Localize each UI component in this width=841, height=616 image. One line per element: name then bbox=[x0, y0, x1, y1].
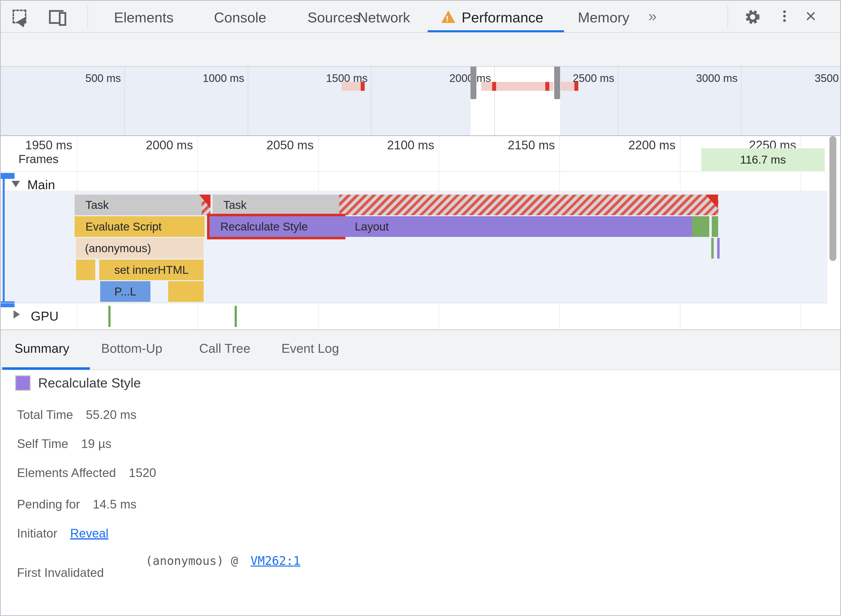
active-panel-tab-underline bbox=[2, 367, 90, 370]
flame-sliver-green[interactable] bbox=[711, 238, 714, 258]
main-track-focus-bracket-top bbox=[1, 173, 15, 179]
frame-duration-badge[interactable]: 116.7 ms bbox=[701, 148, 825, 171]
device-phone-glyph bbox=[59, 12, 66, 26]
devtools-window: Elements Console Sources Network ! Perfo… bbox=[0, 0, 841, 616]
overview-gridline bbox=[124, 67, 125, 135]
overview-tick: 3500 bbox=[765, 72, 839, 84]
main-track-focus-bracket bbox=[3, 173, 5, 307]
timeline-overview[interactable]: 500 ms 1000 ms 1500 ms 2000 ms 2500 ms 3… bbox=[1, 67, 840, 136]
close-icon[interactable]: × bbox=[805, 5, 816, 26]
detail-tick: 2050 ms bbox=[240, 138, 314, 152]
gpu-activity-sliver bbox=[108, 306, 110, 327]
overview-gridline bbox=[371, 67, 372, 135]
summary-row-pending-for: Pending for14.5 ms bbox=[17, 497, 137, 512]
tab-summary[interactable]: Summary bbox=[15, 341, 69, 356]
tab-memory[interactable]: Memory bbox=[578, 9, 629, 26]
summary-row-initiator: InitiatorReveal bbox=[17, 526, 109, 540]
overview-tick: 500 ms bbox=[47, 72, 121, 84]
flame-bar-recalculate-style-selected[interactable]: Recalculate Style bbox=[210, 216, 343, 237]
long-task-red-mark bbox=[361, 82, 365, 91]
self-time-value: 19 µs bbox=[81, 437, 111, 451]
flame-bar-evaluate-script[interactable]: Evaluate Script bbox=[75, 216, 204, 237]
menu-kebab-icon[interactable] bbox=[783, 9, 786, 23]
flame-bar-layout[interactable]: Layout bbox=[343, 216, 692, 237]
performance-toolbar: jlwagner.net #1 Screenshots Memory bbox=[1, 33, 840, 67]
gpu-expand-icon[interactable] bbox=[13, 310, 20, 318]
tab-call-tree[interactable]: Call Tree bbox=[199, 341, 250, 356]
flame-bar-paint[interactable] bbox=[692, 216, 709, 237]
main-gpu-divider bbox=[1, 303, 828, 303]
flame-bar-task-long-hatch[interactable] bbox=[339, 195, 718, 215]
detail-tick: 2200 ms bbox=[602, 138, 676, 152]
flame-bar-script-small-2[interactable] bbox=[168, 281, 204, 302]
long-task-red-mark bbox=[574, 82, 578, 91]
gpu-track-label[interactable]: GPU bbox=[31, 309, 59, 324]
details-panel-tabbar: Summary Bottom-Up Call Tree Event Log bbox=[1, 329, 840, 370]
tab-sources[interactable]: Sources bbox=[307, 9, 360, 26]
total-time-label: Total Time bbox=[17, 408, 73, 422]
tabbar-separator bbox=[87, 6, 88, 28]
summary-row-total-time: Total Time55.20 ms bbox=[17, 408, 137, 422]
frames-row-label: Frames bbox=[18, 152, 59, 166]
overview-tick: 3000 ms bbox=[664, 72, 738, 84]
inspect-element-icon[interactable] bbox=[13, 10, 30, 27]
total-time-value: 55.20 ms bbox=[86, 408, 137, 422]
selection-handle-left[interactable] bbox=[470, 67, 476, 99]
tab-console[interactable]: Console bbox=[214, 9, 266, 26]
tab-network[interactable]: Network bbox=[358, 9, 410, 26]
detail-tick: 2150 ms bbox=[481, 138, 555, 152]
long-task-red-mark bbox=[545, 82, 549, 91]
device-toolbar-icon[interactable] bbox=[49, 10, 67, 26]
flame-bar-anonymous[interactable]: (anonymous) bbox=[76, 238, 204, 258]
active-tab-underline bbox=[428, 30, 564, 32]
main-track-label[interactable]: Main bbox=[27, 177, 55, 192]
tab-elements[interactable]: Elements bbox=[114, 9, 173, 26]
flame-bar-script-small[interactable] bbox=[76, 260, 95, 280]
tab-performance[interactable]: Performance bbox=[462, 9, 543, 26]
elements-affected-value: 1520 bbox=[129, 466, 156, 480]
summary-row-self-time: Self Time19 µs bbox=[17, 437, 112, 451]
detail-tick: 1950 ms bbox=[1, 138, 72, 152]
overview-gridline bbox=[618, 67, 618, 135]
event-color-swatch bbox=[15, 375, 31, 391]
initiator-label: Initiator bbox=[17, 527, 57, 540]
summary-panel: Recalculate Style Total Time55.20 ms Sel… bbox=[1, 370, 840, 616]
selection-handle-right[interactable] bbox=[554, 67, 560, 99]
stack-source-link[interactable]: VM262:1 bbox=[251, 554, 300, 568]
overview-gridline bbox=[741, 67, 741, 135]
tabbar-separator-right bbox=[728, 6, 728, 28]
flame-bar-parse[interactable]: P...L bbox=[100, 281, 150, 302]
pending-for-label: Pending for bbox=[17, 497, 80, 511]
overview-gridline bbox=[248, 67, 248, 135]
performance-warning-icon: ! bbox=[441, 10, 455, 23]
tab-bottom-up[interactable]: Bottom-Up bbox=[101, 341, 162, 356]
flame-sliver-purple[interactable] bbox=[717, 238, 720, 258]
stack-frame-text: (anonymous) @ bbox=[146, 554, 238, 568]
frames-row-divider bbox=[1, 172, 828, 172]
more-tabs-icon[interactable]: » bbox=[648, 7, 657, 25]
detail-tick: 2000 ms bbox=[119, 138, 193, 152]
flame-bar-paint-small[interactable] bbox=[712, 216, 718, 237]
devtools-tabbar: Elements Console Sources Network ! Perfo… bbox=[1, 1, 840, 33]
tab-event-log[interactable]: Event Log bbox=[281, 341, 339, 356]
flame-chart[interactable]: 1950 ms 2000 ms 2050 ms 2100 ms 2150 ms … bbox=[1, 136, 840, 329]
long-task-red-mark bbox=[492, 82, 496, 91]
self-time-label: Self Time bbox=[17, 437, 68, 451]
main-collapse-icon[interactable] bbox=[12, 181, 20, 187]
summary-row-elements-affected: Elements Affected1520 bbox=[17, 466, 156, 480]
flame-chart-scrollbar[interactable] bbox=[829, 136, 836, 261]
initiator-reveal-link[interactable]: Reveal bbox=[70, 527, 109, 540]
elements-affected-label: Elements Affected bbox=[17, 466, 116, 480]
flame-bar-task[interactable]: Task bbox=[212, 195, 339, 215]
overview-gridline bbox=[494, 67, 495, 135]
pending-for-value: 14.5 ms bbox=[93, 497, 137, 511]
flame-bar-set-innerhtml[interactable]: set innerHTML bbox=[99, 260, 204, 280]
main-track-focus-bracket-bottom bbox=[1, 301, 15, 307]
settings-gear-icon[interactable] bbox=[744, 8, 762, 27]
event-title: Recalculate Style bbox=[38, 375, 141, 390]
overview-tick: 2000 ms bbox=[417, 72, 491, 84]
flame-bar-task[interactable]: Task bbox=[75, 195, 210, 215]
first-invalidated-label: First Invalidated bbox=[17, 566, 104, 580]
gpu-activity-sliver bbox=[235, 306, 237, 327]
overview-tick: 1000 ms bbox=[171, 72, 244, 84]
